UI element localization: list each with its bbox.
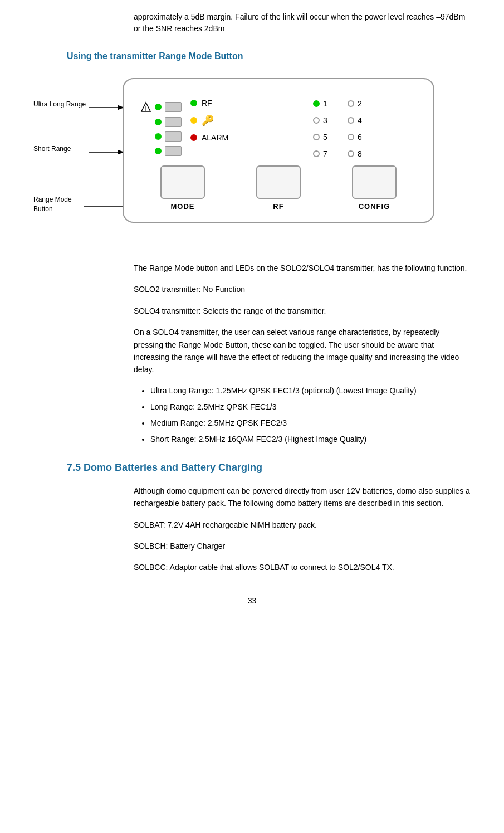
num-item-7: 7 xyxy=(313,146,346,162)
num-item-8: 8 xyxy=(348,146,381,162)
signal-bars-icon xyxy=(140,101,151,113)
num-led-8 xyxy=(348,150,354,157)
num-led-1 xyxy=(313,100,320,107)
led-bar-2 xyxy=(165,117,182,127)
led-green-2 xyxy=(155,119,162,125)
s75-para4: SOLBCC: Adaptor cable that allows SOLBAT… xyxy=(134,561,471,573)
num-led-2 xyxy=(348,100,354,107)
key-status: 🔑 xyxy=(190,114,228,126)
mode-button-item: MODE xyxy=(160,165,205,211)
label-ultra-long-range: Ultra Long Range xyxy=(33,100,86,108)
bullet-item-4: Short Range: 2.5MHz 16QAM FEC2/3 (Highes… xyxy=(150,433,471,445)
config-button-item: CONFIG xyxy=(352,165,397,211)
alarm-label: ALARM xyxy=(202,133,228,142)
num-item-1: 1 xyxy=(313,96,346,111)
intro-text: approximately a 5dB margin. Failure of t… xyxy=(134,11,471,35)
s75-para3: SOLBCH: Battery Charger xyxy=(134,540,471,552)
section-75-title: 7.5 Domo Batteries and Battery Charging xyxy=(67,462,471,474)
num-item-6: 6 xyxy=(348,129,381,145)
diagram-container: Ultra Long Range Short Range Range ModeB… xyxy=(33,72,471,245)
num-led-7 xyxy=(313,150,320,157)
led-bar-4 xyxy=(165,146,182,156)
led-row-2 xyxy=(140,117,182,127)
led-row-4 xyxy=(140,146,182,156)
bullet-item-2: Long Range: 2.5MHz QPSK FEC1/3 xyxy=(150,401,471,413)
buttons-row: MODE RF CONFIG xyxy=(135,165,422,211)
rf-status: RF xyxy=(190,99,228,108)
led-bar-3 xyxy=(165,131,182,142)
label-short-range: Short Range xyxy=(33,145,71,153)
led-row-1 xyxy=(140,101,182,113)
num-item-3: 3 xyxy=(313,113,346,128)
transmitter-diagram-box: RF 🔑 ALARM 1 xyxy=(123,78,434,223)
label-range-mode-button: Range ModeButton xyxy=(33,195,72,214)
rf-label: RF xyxy=(202,99,212,108)
config-button-label: CONFIG xyxy=(359,202,390,211)
alarm-led xyxy=(190,134,197,141)
mode-button-label: MODE xyxy=(171,202,195,211)
led-bar-1 xyxy=(165,102,182,112)
led-green-3 xyxy=(155,133,162,140)
body-para1: The Range Mode button and LEDs on the SO… xyxy=(134,262,471,274)
body-para2: SOLO2 transmitter: No Function xyxy=(134,283,471,295)
num-led-6 xyxy=(348,134,354,140)
num-item-4: 4 xyxy=(348,113,381,128)
status-group: RF 🔑 ALARM xyxy=(190,99,228,149)
key-icon: 🔑 xyxy=(202,114,214,126)
led-group xyxy=(140,101,182,156)
alarm-status: ALARM xyxy=(190,133,228,142)
led-row-3 xyxy=(140,131,182,142)
rf-led xyxy=(190,100,197,106)
rf-button-label: RF xyxy=(273,202,283,211)
s75-para2: SOLBAT: 7.2V 4AH rechargeable NiMH batte… xyxy=(134,519,471,531)
section-title: Using the transmitter Range Mode Button xyxy=(67,51,504,61)
body-content: The Range Mode button and LEDs on the SO… xyxy=(134,262,471,445)
rf-button-item: RF xyxy=(256,165,301,211)
num-led-5 xyxy=(313,134,320,140)
intro-paragraph: approximately a 5dB margin. Failure of t… xyxy=(134,12,465,33)
bullet-list: Ultra Long Range: 1.25MHz QPSK FEC1/3 (o… xyxy=(150,385,471,445)
led-green-4 xyxy=(155,148,162,154)
number-grid: 1 2 3 4 5 xyxy=(313,96,381,162)
rf-hw-button[interactable] xyxy=(256,165,301,199)
num-item-5: 5 xyxy=(313,129,346,145)
num-led-3 xyxy=(313,117,320,124)
config-hw-button[interactable] xyxy=(352,165,397,199)
s75-para1: Although domo equipment can be powered d… xyxy=(134,485,471,510)
num-led-4 xyxy=(348,117,354,124)
body-para3: SOLO4 transmitter: Selects the range of … xyxy=(134,305,471,317)
page-number: 33 xyxy=(0,596,504,605)
led-green-1 xyxy=(155,104,162,110)
mode-hw-button[interactable] xyxy=(160,165,205,199)
num-item-2: 2 xyxy=(348,96,381,111)
bullet-item-3: Medium Range: 2.5MHz QPSK FEC2/3 xyxy=(150,417,471,429)
key-led xyxy=(190,117,197,124)
bullet-item-1: Ultra Long Range: 1.25MHz QPSK FEC1/3 (o… xyxy=(150,385,471,397)
section-75-content: Although domo equipment can be powered d… xyxy=(134,485,471,574)
body-para4: On a SOLO4 transmitter, the user can sel… xyxy=(134,326,471,376)
